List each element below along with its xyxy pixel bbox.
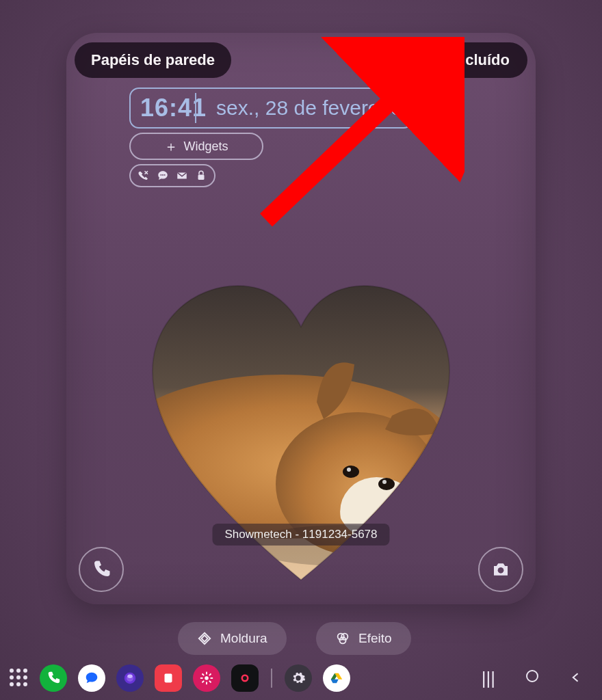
gallery-app[interactable] xyxy=(193,664,220,692)
phone-app[interactable] xyxy=(40,664,67,692)
wallpapers-label: Papéis de parede xyxy=(91,51,215,69)
svg-point-9 xyxy=(378,478,395,490)
svg-point-11 xyxy=(382,480,387,484)
svg-point-21 xyxy=(127,675,132,679)
clock-separator xyxy=(195,93,196,123)
settings-app[interactable] xyxy=(285,664,312,692)
missed-call-icon xyxy=(138,170,150,182)
widgets-label: Widgets xyxy=(183,139,228,154)
svg-point-13 xyxy=(498,567,504,574)
svg-rect-22 xyxy=(165,674,172,683)
svg-point-2 xyxy=(164,174,166,176)
done-button[interactable]: Concluído xyxy=(418,42,527,78)
camera-shortcut[interactable] xyxy=(478,547,523,592)
notes-app[interactable] xyxy=(155,664,182,692)
lock-icon xyxy=(195,170,207,182)
svg-point-23 xyxy=(205,676,209,680)
svg-point-33 xyxy=(243,676,247,680)
browser-app[interactable] xyxy=(116,664,144,692)
svg-point-34 xyxy=(527,671,538,682)
apps-grid-icon[interactable] xyxy=(10,669,29,688)
drive-app[interactable] xyxy=(323,664,350,692)
lockscreen-preview: Papéis de parede Concluído 16:41 sex., 2… xyxy=(66,33,536,604)
phone-icon xyxy=(91,559,112,580)
clock-date: sex., 28 de fevereiro xyxy=(216,96,402,120)
contact-caption[interactable]: Showmetech - 1191234-5678 xyxy=(212,524,389,546)
svg-line-29 xyxy=(209,681,211,683)
nav-back[interactable] xyxy=(560,668,592,689)
svg-point-18 xyxy=(339,637,345,643)
camera-icon xyxy=(490,559,511,580)
svg-point-0 xyxy=(160,174,161,176)
camera-app[interactable] xyxy=(231,664,259,692)
wallpapers-button[interactable]: Papéis de parede xyxy=(75,42,231,78)
effect-option-button[interactable]: Efeito xyxy=(316,622,411,655)
clock-widget[interactable]: 16:41 sex., 28 de fevereiro xyxy=(129,88,413,129)
svg-line-28 xyxy=(202,673,204,675)
notification-icons-row[interactable] xyxy=(129,164,215,187)
dock: ||| xyxy=(0,659,602,700)
svg-point-10 xyxy=(347,468,351,472)
plus-icon: ＋ xyxy=(164,139,178,153)
effect-label: Efeito xyxy=(358,631,392,646)
svg-rect-3 xyxy=(198,175,205,180)
svg-line-30 xyxy=(202,681,204,683)
frame-label: Moldura xyxy=(220,631,267,646)
nav-home[interactable] xyxy=(516,668,549,689)
clock-time: 16:41 xyxy=(140,94,207,122)
chat-icon xyxy=(157,170,169,182)
svg-point-8 xyxy=(343,466,359,478)
mail-icon xyxy=(176,170,188,182)
svg-point-7 xyxy=(389,507,411,523)
effect-icon xyxy=(335,631,350,646)
add-widgets-button[interactable]: ＋ Widgets xyxy=(129,133,263,160)
dock-separator xyxy=(271,669,272,688)
messages-app[interactable] xyxy=(78,664,105,692)
heart-photo-frame[interactable]: Showmetech - 1191234-5678 xyxy=(146,279,456,589)
phone-shortcut[interactable] xyxy=(79,547,124,592)
svg-line-31 xyxy=(209,673,211,675)
frame-icon xyxy=(197,631,212,646)
nav-recent[interactable]: ||| xyxy=(472,668,505,689)
done-label: Concluído xyxy=(436,51,510,69)
frame-option-button[interactable]: Moldura xyxy=(178,622,287,655)
svg-point-1 xyxy=(162,174,163,176)
